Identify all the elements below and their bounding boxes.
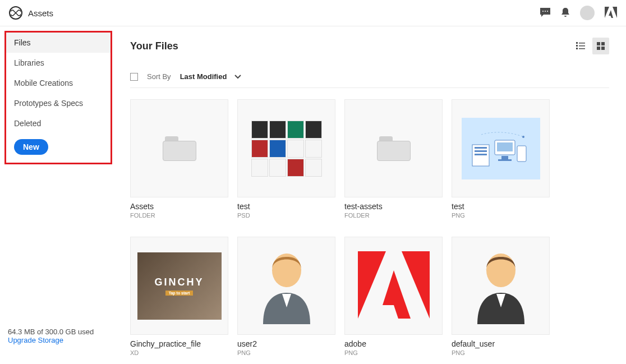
svg-rect-5	[576, 45, 578, 47]
svg-point-2	[547, 11, 548, 12]
storage-text: 64.3 MB of 300.0 GB used	[8, 328, 109, 336]
file-card[interactable]: default_userPNG	[452, 237, 550, 356]
file-card[interactable]: testPNG	[452, 99, 550, 219]
svg-rect-7	[576, 48, 578, 49]
sidebar-item-prototypes-specs[interactable]: Prototypes & Specs	[6, 93, 111, 113]
svg-rect-4	[579, 43, 585, 44]
file-name: Assets	[130, 202, 228, 211]
file-type: PSD	[237, 212, 335, 219]
svg-rect-20	[498, 159, 512, 161]
file-type: PNG	[452, 349, 550, 356]
svg-rect-3	[576, 42, 578, 44]
app-header: Assets	[0, 0, 626, 26]
bell-icon[interactable]	[561, 7, 570, 19]
main-header: Your Files	[130, 38, 609, 54]
svg-rect-14	[475, 147, 487, 149]
sidebar-item-mobile-creations[interactable]: Mobile Creations	[6, 73, 111, 93]
sort-label: Sort By	[147, 72, 171, 81]
sidebar-item-deleted[interactable]: Deleted	[6, 113, 111, 133]
file-thumbnail	[237, 237, 335, 335]
main-content: Your Files Sort By Last Modified AssetsF…	[118, 26, 626, 362]
psd-thumbnail	[250, 119, 323, 178]
select-all-checkbox[interactable]	[130, 73, 138, 81]
adobe-logo-icon[interactable]	[605, 7, 617, 20]
svg-rect-8	[579, 48, 585, 49]
file-card[interactable]: AssetsFOLDER	[130, 99, 228, 219]
chevron-down-icon	[234, 75, 241, 79]
sort-row: Sort By Last Modified	[130, 72, 609, 88]
list-view-button[interactable]	[572, 38, 589, 54]
user-avatar-thumbnail	[253, 246, 320, 326]
grid-view-button[interactable]	[592, 38, 609, 54]
file-thumbnail	[237, 99, 335, 197]
sidebar: FilesLibrariesMobile CreationsPrototypes…	[0, 26, 118, 362]
svg-point-1	[545, 11, 546, 12]
chat-icon[interactable]	[540, 7, 551, 19]
file-thumbnail	[452, 237, 550, 335]
file-name: test-assets	[344, 202, 443, 211]
file-thumbnail	[344, 99, 443, 197]
file-type: FOLDER	[344, 212, 443, 219]
sort-value-text: Last Modified	[180, 72, 227, 81]
file-thumbnail: GINCHYTap to start	[130, 237, 228, 335]
avatar-icon[interactable]	[580, 6, 595, 20]
file-type: PNG	[344, 349, 443, 356]
file-name: default_user	[452, 339, 550, 348]
file-card[interactable]: testPSD	[237, 99, 335, 219]
creative-cloud-icon[interactable]	[9, 6, 22, 20]
page-title: Your Files	[130, 40, 178, 52]
header-right	[540, 6, 617, 20]
ginchy-thumbnail: GINCHYTap to start	[137, 252, 222, 320]
svg-rect-19	[501, 156, 508, 159]
file-thumbnail	[452, 99, 550, 197]
sidebar-item-files[interactable]: Files	[6, 33, 111, 53]
new-button[interactable]: New	[14, 139, 48, 155]
file-name: user2	[237, 339, 335, 348]
svg-rect-9	[597, 42, 600, 45]
svg-point-0	[542, 11, 544, 12]
file-card[interactable]: GINCHYTap to startGinchy_practice_fileXD	[130, 237, 228, 356]
file-type: XD	[130, 349, 228, 356]
svg-rect-16	[475, 154, 487, 155]
file-name: Ginchy_practice_file	[130, 339, 228, 348]
file-type: FOLDER	[130, 212, 228, 219]
file-name: test	[237, 202, 335, 211]
svg-rect-12	[601, 47, 605, 50]
sidebar-highlight-box: FilesLibrariesMobile CreationsPrototypes…	[4, 31, 112, 164]
file-thumbnail	[344, 237, 443, 335]
file-card[interactable]: user2PNG	[237, 237, 335, 356]
svg-rect-21	[517, 146, 526, 162]
svg-rect-6	[579, 45, 585, 47]
user-avatar-thumbnail	[467, 246, 535, 326]
sort-dropdown[interactable]: Last Modified	[180, 72, 242, 81]
upgrade-storage-link[interactable]: Upgrade Storage	[8, 336, 109, 344]
view-toggle	[572, 38, 609, 54]
svg-point-22	[522, 136, 524, 138]
adobe-logo-thumbnail	[355, 246, 433, 326]
svg-rect-11	[597, 47, 600, 50]
sidebar-footer: 64.3 MB of 300.0 GB used Upgrade Storage	[4, 323, 112, 358]
file-card[interactable]: test-assetsFOLDER	[344, 99, 443, 219]
file-type: PNG	[452, 212, 550, 219]
svg-rect-10	[601, 42, 605, 45]
file-grid: AssetsFOLDERtestPSDtest-assetsFOLDERtest…	[130, 99, 609, 356]
file-type: PNG	[237, 349, 335, 356]
svg-rect-15	[475, 150, 487, 152]
folder-icon	[377, 136, 411, 161]
sidebar-item-libraries[interactable]: Libraries	[6, 53, 111, 73]
app-title: Assets	[28, 8, 53, 18]
header-left: Assets	[9, 6, 53, 20]
file-card[interactable]: adobePNG	[344, 237, 443, 356]
file-name: adobe	[344, 339, 443, 348]
illustration-thumbnail	[462, 118, 540, 179]
folder-icon	[163, 136, 196, 161]
svg-rect-18	[497, 142, 513, 151]
file-thumbnail	[130, 99, 228, 197]
file-name: test	[452, 202, 550, 211]
